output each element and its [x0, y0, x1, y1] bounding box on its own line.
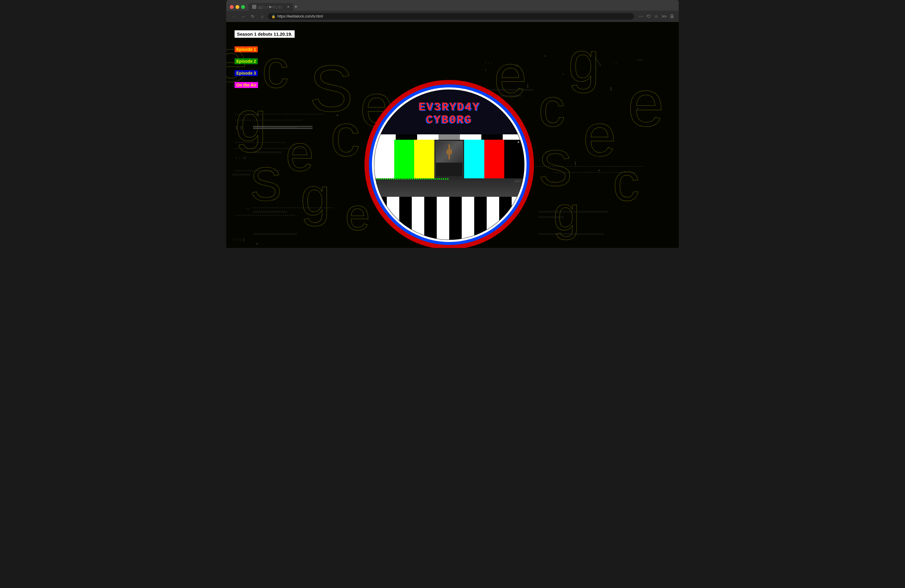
season-title: Season 1 debuts 11.20.19.	[235, 30, 295, 38]
lock-icon: 🔒	[272, 14, 276, 18]
figure-icon	[445, 144, 454, 159]
url-display: https://leeblalock.com/tv.html	[277, 14, 323, 18]
tab-close-button[interactable]: ✕	[287, 5, 290, 9]
episode-1-link[interactable]: Episode 1	[235, 46, 258, 52]
top-bw-bars	[374, 135, 524, 140]
grey-area: SONY	[374, 178, 524, 199]
title-bar: ;;;;; : ; : tv ::: ; ::: ; ✕ +	[226, 0, 679, 11]
nav-right-buttons: ⋯ 🛡 ☆ >> ☰	[638, 13, 675, 19]
circle-title-line1: EV3RYD4Y	[419, 101, 480, 114]
circle-inner: EV3RYD4Y CYB0RG	[374, 90, 524, 239]
overflow-button[interactable]: >>	[660, 13, 668, 19]
address-bar[interactable]: 🔒 https://leeblalock.com/tv.html	[268, 13, 634, 20]
nav-bar: ← → ↻ ⌂ 🔒 https://leeblalock.com/tv.html…	[226, 11, 679, 22]
episode-3-link[interactable]: Episode 3	[235, 70, 258, 76]
refresh-button[interactable]: ↻	[249, 13, 257, 20]
tab-bar: ;;;;; : ; : tv ::: ; ::: ; ✕ +	[249, 3, 675, 11]
bookmark-button[interactable]: ☆	[653, 13, 659, 19]
page-content: e c S g e c S g e e c g S e c g	[226, 22, 679, 248]
close-button[interactable]	[230, 5, 234, 9]
bw-bars-bottom	[374, 197, 524, 239]
maximize-button[interactable]	[241, 5, 245, 9]
shield-button[interactable]: 🛡	[645, 13, 652, 19]
on-the-air-link[interactable]: On the Air	[235, 82, 258, 88]
circle-title-area: EV3RYD4Y CYB0RG	[374, 90, 524, 137]
circle-title-line2: CYB0RG	[426, 114, 472, 126]
tab-favicon	[252, 5, 256, 9]
active-tab[interactable]: ;;;;; : ; : tv ::: ; ::: ; ✕	[249, 3, 293, 11]
traffic-lights	[230, 5, 245, 9]
episode-2-link[interactable]: Episode 2	[235, 58, 258, 64]
back-button[interactable]: ←	[230, 13, 238, 20]
green-ticks	[374, 178, 449, 179]
page-overlay: Season 1 debuts 11.20.19. Episode 1 Epis…	[226, 22, 679, 248]
star-icon: *	[517, 140, 520, 145]
extensions-button[interactable]: ⋯	[638, 13, 644, 19]
home-button[interactable]: ⌂	[258, 13, 266, 20]
menu-button[interactable]: ☰	[669, 13, 675, 19]
tab-title: ;;;;; : ; : tv ::: ; ::: ;	[258, 5, 283, 9]
color-bars	[374, 140, 524, 178]
new-tab-button[interactable]: +	[294, 4, 298, 10]
forward-button[interactable]: →	[239, 13, 247, 20]
minimize-button[interactable]	[235, 5, 239, 9]
